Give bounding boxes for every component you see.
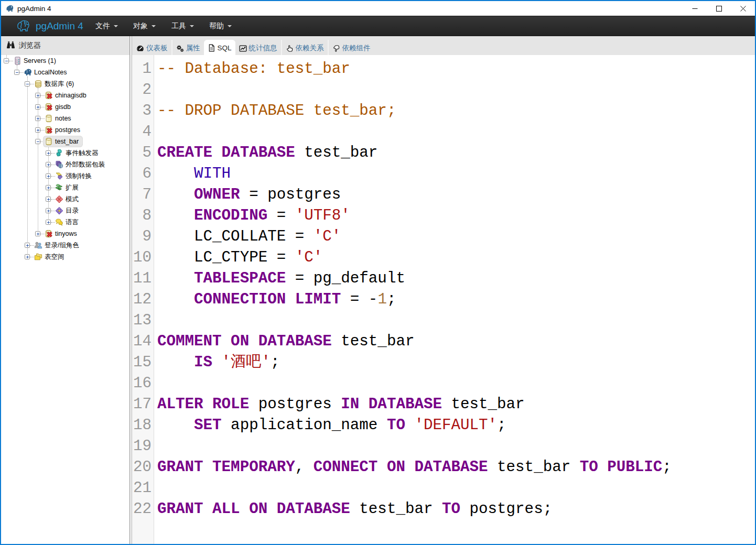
- tree-node-servers-1-[interactable]: Servers (1): [12, 55, 60, 67]
- browser-panel-header[interactable]: 浏览器: [1, 36, 129, 55]
- window-controls: [683, 1, 755, 16]
- token-keyword: COMMENT ON DATABASE: [157, 333, 332, 350]
- line-number: 7: [132, 184, 154, 205]
- menu-file-label: 文件: [95, 21, 110, 31]
- tab-dependencies[interactable]: 依赖关系: [281, 40, 328, 55]
- content-area: 浏览器 Servers (1)LocalNotes数据库 (6)chinagis…: [1, 36, 755, 544]
- line-number: 18: [132, 415, 154, 436]
- caret-down-icon: [114, 25, 118, 27]
- expand-toggle-icon[interactable]: [46, 197, 51, 202]
- tree-node-tinyows[interactable]: tinyows: [43, 228, 81, 239]
- tree-node-test_bar[interactable]: test_bar: [43, 136, 83, 147]
- tree-node-label: 事件触发器: [66, 149, 99, 158]
- expand-toggle-icon[interactable]: [46, 173, 51, 179]
- token-plain: = pg_default: [286, 270, 405, 287]
- tree-node-label: 数据库 (6): [45, 80, 74, 89]
- tab-dependents[interactable]: 依赖组件: [328, 40, 374, 55]
- token-string: '酒吧': [222, 354, 271, 371]
- expand-toggle-icon[interactable]: [46, 220, 51, 225]
- collapse-toggle-icon[interactable]: [25, 81, 30, 86]
- tree-node-chinagisdb[interactable]: chinagisdb: [43, 90, 91, 101]
- expand-toggle-icon[interactable]: [35, 104, 40, 110]
- expand-toggle-icon[interactable]: [46, 162, 51, 167]
- close-button[interactable]: [731, 1, 755, 16]
- token-plain: [157, 186, 194, 203]
- tree-node--[interactable]: 登录/组角色: [33, 239, 83, 251]
- expand-toggle-icon[interactable]: [35, 231, 40, 236]
- tree-node--[interactable]: 扩展: [53, 182, 83, 193]
- line-number: 3: [132, 101, 154, 122]
- expand-toggle-icon[interactable]: [46, 185, 51, 190]
- collapse-toggle-icon[interactable]: [35, 139, 40, 144]
- token-keyword: IN DATABASE: [341, 396, 442, 413]
- foreign-data-wrappers-icon: [55, 160, 63, 169]
- event-triggers-icon: [55, 149, 63, 157]
- tab-sql-label: SQL: [218, 44, 232, 52]
- sql-editor[interactable]: 12345678910111213141516171819202122 -- D…: [132, 55, 755, 544]
- expand-toggle-icon[interactable]: [25, 254, 30, 259]
- tree-row-gisdb: gisdb: [1, 101, 129, 113]
- token-number: 1: [377, 291, 387, 308]
- code-line-20: GRANT TEMPORARY, CONNECT ON DATABASE tes…: [157, 457, 755, 478]
- code-line-22: GRANT ALL ON DATABASE test_bar TO postgr…: [157, 499, 755, 520]
- tree-node-gisdb[interactable]: gisdb: [43, 101, 75, 113]
- tab-properties[interactable]: 属性: [171, 40, 204, 55]
- tab-dependencies-label: 依赖关系: [296, 43, 324, 53]
- line-number: 5: [132, 143, 154, 164]
- code-line-17: ALTER ROLE postgres IN DATABASE test_bar: [157, 394, 755, 415]
- tree-node-label: Servers (1): [24, 57, 56, 64]
- token-plain: ;: [387, 291, 396, 308]
- expand-toggle-icon[interactable]: [35, 93, 40, 98]
- expand-toggle-icon[interactable]: [25, 243, 30, 248]
- tree-row--: 强制转换: [1, 170, 129, 182]
- tree-node--[interactable]: 模式: [53, 193, 83, 205]
- tree-node--[interactable]: 目录: [53, 205, 83, 216]
- tree-node-label: 表空间: [45, 253, 64, 261]
- collapse-toggle-icon[interactable]: [14, 70, 19, 75]
- expand-toggle-icon[interactable]: [35, 116, 40, 121]
- languages-icon: [55, 218, 63, 226]
- token-plain: ;: [662, 459, 672, 476]
- pgadmin-brand: pgAdmin 4: [16, 16, 83, 36]
- token-string: 'C': [314, 228, 341, 245]
- expand-toggle-icon[interactable]: [46, 150, 51, 156]
- tree-row--: 目录: [1, 205, 129, 216]
- tab-statistics[interactable]: 统计信息: [235, 40, 281, 55]
- tree-node--[interactable]: 语言: [53, 216, 83, 228]
- code-line-10: LC_CTYPE = 'C': [157, 247, 755, 268]
- tree-row-tinyows: tinyows: [1, 228, 129, 239]
- collapse-toggle-icon[interactable]: [4, 58, 9, 63]
- menu-object[interactable]: 对象: [126, 16, 163, 36]
- dashboard-icon: [136, 45, 144, 52]
- tree-node-label: notes: [55, 115, 71, 122]
- tree-node-notes[interactable]: notes: [43, 113, 75, 124]
- token-plain: [157, 417, 194, 434]
- tree-node--[interactable]: 事件触发器: [53, 147, 103, 159]
- sql-code[interactable]: -- Database: test_bar-- DROP DATABASE te…: [154, 55, 755, 544]
- menu-tools[interactable]: 工具: [164, 16, 201, 36]
- tree-node--[interactable]: 表空间: [33, 251, 69, 263]
- expand-toggle-icon[interactable]: [35, 127, 40, 133]
- minimize-button[interactable]: [683, 1, 707, 16]
- menu-file[interactable]: 文件: [88, 16, 125, 36]
- maximize-button[interactable]: [707, 1, 731, 16]
- tree-node--[interactable]: 外部数据包装: [53, 159, 109, 170]
- tree-row--: 事件触发器: [1, 147, 129, 159]
- token-plain: test_bar: [488, 459, 580, 476]
- sql-file-icon: [208, 44, 215, 52]
- expand-toggle-icon[interactable]: [46, 208, 51, 213]
- tree-node-postgres[interactable]: postgres: [43, 124, 84, 136]
- menu-help[interactable]: 帮助: [202, 16, 239, 36]
- token-plain: [157, 291, 194, 308]
- tree-node-label: chinagisdb: [55, 92, 87, 99]
- dependencies-hand-icon: [286, 45, 294, 52]
- code-line-4: [157, 122, 755, 143]
- tab-dashboard[interactable]: 仪表板: [133, 40, 171, 55]
- tab-sql[interactable]: SQL: [204, 40, 235, 56]
- server-group-icon: [13, 57, 21, 65]
- tree-node--6-[interactable]: 数据库 (6): [33, 78, 78, 90]
- statistics-icon: [239, 45, 247, 52]
- catalogs-icon: [55, 206, 63, 215]
- tree-node--[interactable]: 强制转换: [53, 170, 96, 182]
- tree-node-localnotes[interactable]: LocalNotes: [22, 67, 71, 78]
